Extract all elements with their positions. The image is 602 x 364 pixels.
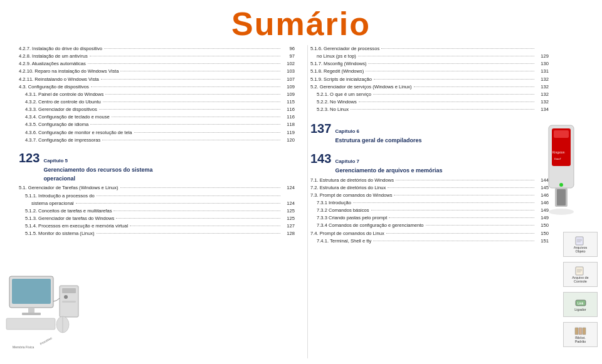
toc-row: 5.1.4. Processos em execução e memória v… [19,222,295,230]
toc-row: 4.2.7. Instalação do drive do dispositiv… [19,45,295,53]
svg-rect-34 [583,328,586,335]
svg-text:Processo: Processo [40,336,53,346]
arquivos-objeto-label: ArquivosObjeto [574,246,587,253]
toc-row: 7.4. Prompt de comandos do Linux 150 [310,230,549,237]
title-area: Sumário [0,5,602,43]
toc-row: 4.3.3. Gerenciador de dispositivos 116 [19,106,295,113]
toc-row: 7.3.1 Introdução 146 [310,199,549,207]
toc-row: 4.3.5. Configuração de idioma 118 [19,121,295,128]
toc-row: 7.3.2 Comandos básicos 149 [310,207,549,214]
computer-system-svg: Memória Física Processo [3,273,103,355]
svg-rect-12 [22,313,41,315]
toc-row: 4.3.2. Centro de controle do Ubuntu 115 [19,98,295,106]
svg-rect-26 [576,267,583,275]
toc-row: 4.3.6. Configuração de monitor e resoluç… [19,129,295,137]
linker-icon: Link [574,298,587,308]
toc-row: 4.3. Configuração de dispositivos 109 [19,83,295,91]
chapter5-title: Gerenciamento dos recursos do sistemaope… [43,165,152,184]
chapter6-number: 137 [310,122,331,135]
page-title: Sumário [231,6,371,42]
toc-row: sistema operacional 124 [19,200,295,207]
svg-rect-17 [6,318,55,330]
biblioteca-padrao-icon-box: Bibliot.Padrão [563,322,598,347]
toc-row: no Linux (ps e top) 129 [310,53,549,60]
column-divider [307,45,308,358]
left-column: 4.2.7. Instalação do drive do dispositiv… [19,45,295,237]
library-icon [574,326,587,336]
chapter5-cap: Capítulo 5 [43,157,152,165]
toc-row: 7.1. Estrutura de diretórios do Windows … [310,177,549,184]
svg-rect-22 [576,237,583,245]
ligador-label: Ligador [574,308,586,311]
toc-row: 7.2. Estrutura de diretórios do Linux 14… [310,184,549,192]
svg-rect-10 [12,279,51,304]
toc-row: 7.4.1. Terminal, Shell e tty 151 [310,237,549,245]
toc-row: 7.3. Prompt de comandos do Windows 146 [310,192,549,199]
toc-row: 5.2.1. O que é um serviço 132 [310,91,549,98]
toc-row: 5.1.1. Introdução a processos do [19,192,295,200]
svg-text:Kingston: Kingston [552,150,565,154]
svg-text:Link: Link [578,301,584,304]
svg-rect-14 [62,288,76,293]
ligador-icon-box: Link Ligador [563,292,598,317]
toc-row: 4.2.10. Reparo na instalação do Windows … [19,68,295,75]
usb-decoration: Kingston DataT [533,119,589,219]
toc-row: 7.3.4 Comandos de configuração e gerenci… [310,222,549,229]
chapter7-cap: Capítulo 7 [335,158,442,166]
usb-drive-icon: Kingston DataT [533,119,589,219]
toc-row: 4.2.11. Reinstalando o Windows Vista 107 [19,76,295,83]
svg-rect-16 [62,301,76,303]
toc-row: 4.3.1. Painel de controle do Windows 109 [19,91,295,98]
svg-point-8 [549,209,574,215]
chapter6-block: 137 Capítulo 6 Estrutura geral de compil… [310,122,549,145]
right-column: 5.1.6. Gerenciador de processos no Linux… [310,45,549,245]
toc-upper-right: 5.1.6. Gerenciador de processos no Linux… [310,45,549,113]
page: Sumário 4.2.7. Instalação do drive do di… [0,0,602,364]
svg-point-7 [559,183,563,187]
arquivos-objeto-icon-box: ArquivosObjeto [563,232,598,257]
svg-text:DataT: DataT [554,157,561,160]
toc-row: 4.3.4. Configuração de teclado e mouse 1… [19,113,295,121]
right-icon-area: ArquivosObjeto Arquivo deControle Link L… [560,232,601,357]
svg-point-15 [64,295,68,299]
chapter6-title: Estrutura geral de compiladores [335,136,421,145]
toc-row: 5.1.2. Conceitos de tarefas e multitaref… [19,207,295,215]
chapter6-heading: 137 Capítulo 6 Estrutura geral de compil… [310,122,549,145]
toc-row: 5.1.7. Msconfig (Windows) 130 [310,60,549,68]
svg-rect-2 [554,130,569,138]
computer-illustration: Memória Física Processo [3,273,103,355]
svg-rect-4 [557,189,566,205]
toc-row: 5.1.6. Gerenciador de processos [310,45,549,53]
arquivo-controle-icon-box: Arquivo deControle [563,262,598,287]
toc-row: 5.2. Gerenciador de serviços (Windows e … [310,83,549,91]
toc-row: 4.2.9. Atualizações automáticas 102 [19,60,295,68]
svg-rect-32 [575,328,578,335]
chapter7-block: 143 Capítulo 7 Gerenciamento de arquivos… [310,152,549,244]
svg-text:Memória Física: Memória Física [13,345,34,349]
chapter7-number: 143 [310,152,331,165]
toc-row: 5.1.5. Monitor do sistema (Linux) 128 [19,230,295,237]
toc-upper-left: 4.2.7. Instalação do drive do dispositiv… [19,45,295,144]
toc-row: 5.1.3. Gerenciador de tarefas do Windows… [19,215,295,222]
control-file-icon [574,266,587,276]
biblioteca-padrao-label: Bibliot.Padrão [575,336,586,343]
arquivo-controle-label: Arquivo deControle [572,276,588,283]
chapter7-title: Gerenciamento de arquivos e memórias [335,166,442,175]
toc-row: 4.2.8. Instalação de um antivírus 97 [19,53,295,60]
toc-row: 5.2.2. No Windows 132 [310,98,549,106]
file-icon [574,236,587,246]
toc-row: 5.2.3. No Linux 134 [310,106,549,113]
svg-rect-11 [28,308,34,313]
chapter5-heading: 123 Capítulo 5 Gerenciamento dos recurso… [19,152,295,184]
chapter7-heading: 143 Capítulo 7 Gerenciamento de arquivos… [310,152,549,175]
chapter5-block: 123 Capítulo 5 Gerenciamento dos recurso… [19,152,295,238]
toc-row: 5.1.8. Regedit (Windows) 131 [310,68,549,75]
chapter5-number: 123 [19,152,40,164]
chapter6-cap: Capítulo 6 [335,128,421,136]
toc-row: 5.1.9. Scripts de inicialização 132 [310,76,549,83]
toc-row: 5.1. Gerenciador de Tarefas (Windows e L… [19,184,295,192]
toc-row: 4.3.7. Configuração de impressoras 120 [19,137,295,144]
svg-rect-33 [579,328,582,335]
toc-row: 7.3.3 Criando pastas pelo prompt 149 [310,214,549,222]
